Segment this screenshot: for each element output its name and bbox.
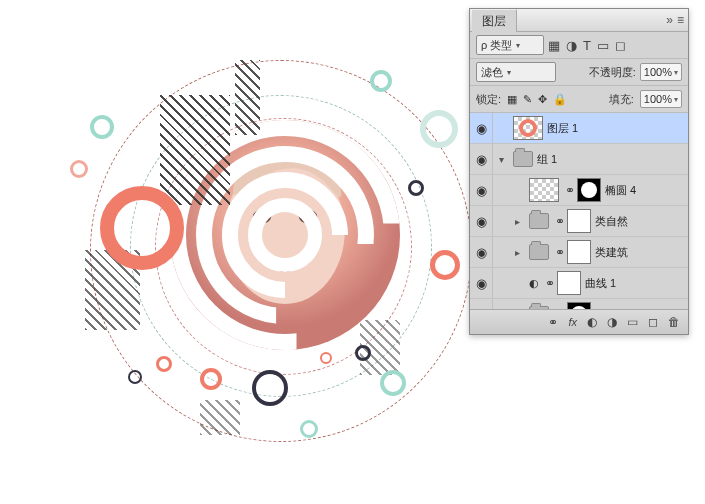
visibility-toggle[interactable]: ◉ [470,206,493,236]
visibility-toggle[interactable]: ◉ [470,175,493,205]
fx-icon[interactable]: fx [568,316,577,328]
mask-thumb [577,178,601,202]
filter-pixel-icon[interactable]: ▦ [548,38,560,53]
chevron-down-icon: ▾ [516,41,520,50]
layer-row[interactable]: ◉ ▸ ⚭ 类自然 [470,206,688,237]
coral-ring [320,352,332,364]
coral-ring [70,160,88,178]
panel-collapse-icon[interactable]: » [666,13,673,27]
layer-name: 图层 1 [547,121,578,136]
layer-filter-select[interactable]: ρ 类型 ▾ [476,35,544,55]
new-layer-icon[interactable]: ◻ [648,315,658,329]
lock-position-icon[interactable]: ✥ [538,93,547,106]
mint-ring [370,70,392,92]
visibility-toggle[interactable]: ◉ [470,144,493,174]
dark-ring [355,345,371,361]
artwork-canvas [0,0,470,504]
opacity-input[interactable]: 100% ▾ [640,63,682,81]
opacity-label: 不透明度: [589,65,636,80]
folder-icon [513,151,533,167]
coral-ring [156,356,172,372]
blend-value: 滤色 [481,65,503,80]
blend-mode-select[interactable]: 滤色 ▾ [476,62,556,82]
filter-shape-icon[interactable]: ▭ [597,38,609,53]
layer-row[interactable]: ◉ ▸ ⚭ 类建筑 [470,237,688,268]
coral-ring [430,250,460,280]
mask-thumb [567,302,591,309]
link-icon: ⚭ [553,245,567,259]
layer-name: 肖像 [595,307,617,310]
lock-label: 锁定: [476,92,501,107]
visibility-toggle[interactable]: ◉ [470,237,493,267]
layer-name: 曲线 1 [585,276,616,291]
layer-row[interactable]: ◉ ⚭ 椭圆 4 [470,175,688,206]
mint-ring [90,115,114,139]
layer-thumb [529,178,559,202]
mask-thumb [557,271,581,295]
panel-tab-layers[interactable]: 图层 [472,9,517,32]
fill-value: 100% [644,93,672,105]
mint-ring [300,420,318,438]
chevron-down-icon: ▾ [674,95,678,104]
expand-toggle[interactable]: ▸ [509,216,525,227]
new-group-icon[interactable]: ▭ [627,315,638,329]
panel-header: 图层 » ≡ [470,9,688,32]
lock-transparent-icon[interactable]: ▦ [507,93,517,106]
layer-row[interactable]: ◉ ▸ ⚭ 肖像 [470,299,688,309]
layer-row[interactable]: ◉ ◐ ⚭ 曲线 1 [470,268,688,299]
hatch-block [160,95,230,205]
chevron-down-icon: ▾ [507,68,511,77]
dark-ring [252,370,288,406]
layer-list: ◉ 图层 1 ◉ ▾ 组 1 ◉ ⚭ 椭圆 4 [470,113,688,309]
coral-ring [200,368,222,390]
link-icon: ⚭ [553,307,567,309]
expand-toggle[interactable]: ▸ [509,309,525,310]
link-layers-icon[interactable]: ⚭ [548,315,558,329]
folder-icon [529,213,549,229]
filter-icons: ▦ ◑ T ▭ ◻ [548,38,626,53]
fill-input[interactable]: 100% ▾ [640,90,682,108]
coral-ring-large [100,186,184,270]
panel-footer: ⚭ fx ◐ ◑ ▭ ◻ 🗑 [470,309,688,334]
filter-label: ρ 类型 [481,38,512,53]
opacity-value: 100% [644,66,672,78]
layer-name: 类建筑 [595,245,628,260]
layer-row[interactable]: ◉ ▾ 组 1 [470,144,688,175]
mask-thumb [567,240,591,264]
layer-name: 类自然 [595,214,628,229]
delete-layer-icon[interactable]: 🗑 [668,315,680,329]
lock-pixels-icon[interactable]: ✎ [523,93,532,106]
mint-ring [420,110,458,148]
folder-icon [529,244,549,260]
link-icon: ⚭ [563,183,577,197]
visibility-toggle[interactable]: ◉ [470,113,493,143]
add-mask-icon[interactable]: ◐ [587,315,597,329]
layer-row[interactable]: ◉ 图层 1 [470,113,688,144]
fill-label: 填充: [609,92,634,107]
expand-toggle[interactable]: ▾ [493,154,509,165]
visibility-toggle[interactable]: ◉ [470,299,493,309]
adjustment-icon: ◐ [525,277,543,290]
layers-panel: 图层 » ≡ ρ 类型 ▾ ▦ ◑ T ▭ ◻ 滤色 ▾ [469,8,689,335]
layer-name: 组 1 [537,152,557,167]
layer-name: 椭圆 4 [605,183,636,198]
expand-toggle[interactable]: ▸ [509,247,525,258]
blend-row: 滤色 ▾ 不透明度: 100% ▾ [470,59,688,86]
hatch-block [200,400,240,435]
link-icon: ⚭ [553,214,567,228]
filter-adjust-icon[interactable]: ◑ [566,38,577,53]
layer-thumb [513,116,543,140]
mint-ring [380,370,406,396]
dark-ring [408,180,424,196]
filter-smart-icon[interactable]: ◻ [615,38,626,53]
adjustment-layer-icon[interactable]: ◑ [607,315,617,329]
filter-row: ρ 类型 ▾ ▦ ◑ T ▭ ◻ [470,32,688,59]
filter-type-icon[interactable]: T [583,38,591,53]
visibility-toggle[interactable]: ◉ [470,268,493,298]
lock-row: 锁定: ▦ ✎ ✥ 🔒 填充: 100% ▾ [470,86,688,113]
link-icon: ⚭ [543,276,557,290]
chevron-down-icon: ▾ [674,68,678,77]
dark-ring [128,370,142,384]
panel-menu-icon[interactable]: ≡ [677,13,684,27]
lock-all-icon[interactable]: 🔒 [553,93,567,106]
